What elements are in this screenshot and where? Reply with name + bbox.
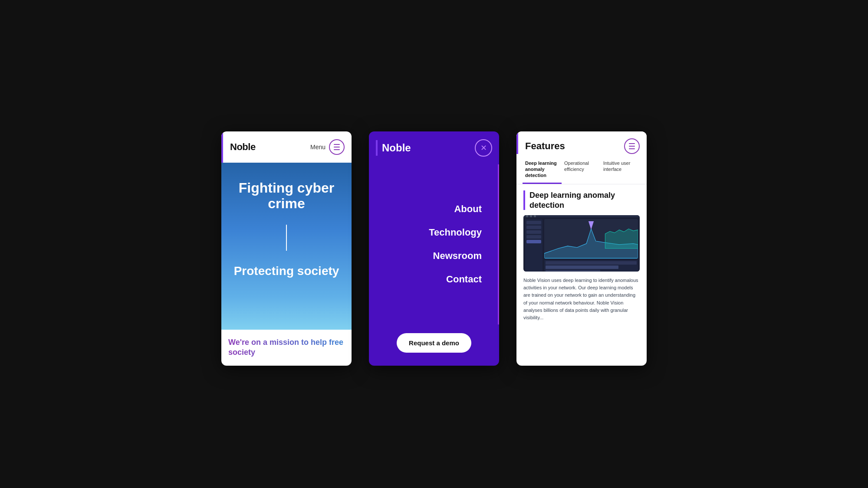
nav-border <box>498 164 499 324</box>
features-content: Deep learning anomaly detection <box>516 184 647 365</box>
hero-title-fighting: Fighting cyber crime <box>230 180 343 212</box>
dash-body <box>523 217 640 272</box>
nav-item-about[interactable]: About <box>454 197 490 221</box>
menu-label: Menu <box>310 144 326 151</box>
features-hamburger-icon <box>629 143 635 149</box>
dash-chart <box>544 219 638 258</box>
mission-text: We're on a mission to help free society <box>228 337 345 358</box>
features-header: Features <box>516 131 647 154</box>
nav-logo-area: Noble <box>376 140 411 156</box>
nav-item-newsroom[interactable]: Newsroom <box>433 244 490 268</box>
menu-button[interactable] <box>329 139 345 155</box>
nav-logo: Noble <box>382 142 411 154</box>
hero-divider <box>286 225 287 251</box>
nav-item-technology[interactable]: Technology <box>429 221 490 244</box>
tab-deep-learning[interactable]: Deep learning anomaly detection <box>523 160 562 184</box>
dash-main <box>544 219 638 272</box>
screen-nav: Noble ✕ About Technology Newsroom Contac… <box>369 131 499 366</box>
svg-marker-2 <box>605 229 638 249</box>
screens-container: Noble Menu Fighting cyber crime Protecti… <box>221 123 647 366</box>
hamburger-icon <box>334 144 340 150</box>
nav-header: Noble ✕ <box>369 131 499 164</box>
screen-home: Noble Menu Fighting cyber crime Protecti… <box>221 131 352 366</box>
chart-svg <box>544 219 638 258</box>
tab-intuitive[interactable]: Intuitive user interface <box>601 160 640 184</box>
hero-title-protecting: Protecting society <box>234 264 339 278</box>
nav-logo-bar <box>376 140 378 156</box>
close-icon: ✕ <box>480 144 487 152</box>
features-tabs: Deep learning anomaly detection Operatio… <box>516 154 647 185</box>
menu-area: Menu <box>310 139 345 155</box>
dash-table <box>544 260 638 272</box>
features-menu-button[interactable] <box>624 138 640 154</box>
request-demo-button[interactable]: Request a demo <box>397 333 471 353</box>
screen-features: Features Deep learning anomaly detection… <box>516 131 647 366</box>
features-page-title: Features <box>525 141 565 152</box>
nav-footer: Request a demo <box>369 324 499 366</box>
svg-marker-1 <box>589 222 594 229</box>
home-logo: Noble <box>230 141 256 153</box>
home-footer: We're on a mission to help free society <box>221 330 352 366</box>
features-body-text: Noble Vision uses deep learning to ident… <box>523 277 640 321</box>
close-button[interactable]: ✕ <box>475 139 492 157</box>
home-header: Noble Menu <box>221 131 352 163</box>
section-heading: Deep learning anomaly detection <box>529 190 640 210</box>
section-title-bar: Deep learning anomaly detection <box>523 190 640 210</box>
hero-section: Fighting cyber crime Protecting society <box>221 163 352 330</box>
tab-operational[interactable]: Operational efficiency <box>562 160 601 184</box>
nav-item-contact[interactable]: Contact <box>446 268 490 291</box>
nav-menu: About Technology Newsroom Contact <box>369 164 499 324</box>
dashboard-preview <box>523 215 640 272</box>
dash-sidebar <box>525 219 542 272</box>
